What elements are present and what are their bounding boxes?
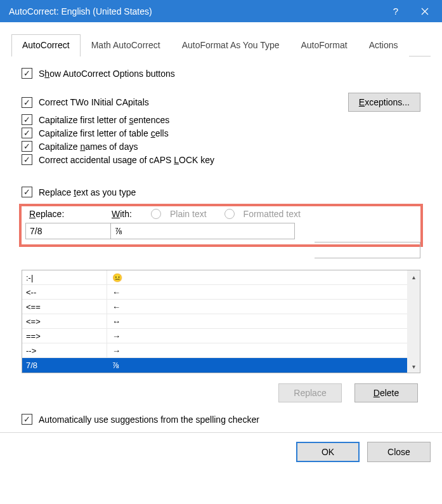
- tab-autoformat[interactable]: AutoFormat: [290, 34, 358, 56]
- radio-plain-text-label: Plain text: [170, 209, 207, 219]
- checkbox-spelling-suggestions[interactable]: [22, 414, 32, 425]
- list-row[interactable]: ==>→: [22, 329, 407, 343]
- radio-formatted-text: [224, 209, 235, 219]
- checkbox-first-letter-table-cells[interactable]: [22, 128, 32, 138]
- list-cell-replace: <==: [22, 300, 107, 314]
- replace-with-highlight: Replace: With: Plain text Formatted text: [19, 204, 423, 247]
- list-cell-with: →: [107, 331, 407, 341]
- checkbox-names-of-days[interactable]: [22, 141, 32, 152]
- label-first-letter-table-cells: Capitalize first letter of table cells: [39, 128, 169, 138]
- close-window-button[interactable]: [410, 0, 439, 22]
- list-cell-replace: <=>: [22, 314, 107, 328]
- tab-actions[interactable]: Actions: [358, 34, 409, 56]
- label-show-options: Show AutoCorrect Options buttons: [39, 69, 175, 79]
- list-cell-with: 😐: [107, 273, 407, 282]
- list-row[interactable]: <==←: [22, 300, 407, 314]
- tab-math-autocorrect[interactable]: Math AutoCorrect: [81, 34, 171, 56]
- delete-button[interactable]: Delete: [354, 383, 418, 402]
- list-cell-with: →: [107, 346, 407, 355]
- list-cell-replace: <--: [22, 285, 107, 299]
- autocorrect-list: :-|😐<--←<==←<=>↔==>→-->→7/8⅞ ▴ ▾: [22, 270, 420, 373]
- list-cell-replace: ==>: [22, 329, 107, 343]
- label-two-initial-capitals: Correct TWo INitial CApitals: [39, 97, 149, 107]
- exceptions-button[interactable]: Exceptions...: [348, 93, 420, 112]
- radio-formatted-text-label: Formatted text: [244, 209, 301, 219]
- title-bar: AutoCorrect: English (United States) ?: [0, 0, 442, 22]
- list-cell-replace: -->: [22, 343, 107, 357]
- tab-strip: AutoCorrect Math AutoCorrect AutoFormat …: [11, 34, 431, 56]
- list-row[interactable]: -->→: [22, 343, 407, 358]
- close-icon: [421, 8, 429, 15]
- list-cell-with: ⅞: [107, 361, 407, 370]
- label-names-of-days: Capitalize names of days: [39, 142, 138, 152]
- dialog-footer: OK Close: [0, 432, 442, 471]
- help-button[interactable]: ?: [381, 0, 410, 22]
- list-cell-replace: :-|: [22, 270, 107, 284]
- window-title: AutoCorrect: English (United States): [9, 6, 381, 17]
- list-row[interactable]: <--←: [22, 285, 407, 300]
- list-cell-with: ↔: [107, 317, 407, 326]
- list-cell-with: ←: [107, 288, 407, 297]
- tab-autoformat-as-you-type[interactable]: AutoFormat As You Type: [171, 34, 290, 56]
- scroll-down-arrow[interactable]: ▾: [407, 360, 420, 373]
- ok-button[interactable]: OK: [296, 442, 360, 462]
- checkbox-show-options[interactable]: [22, 68, 32, 79]
- checkbox-replace-as-you-type[interactable]: [22, 187, 32, 197]
- label-caps-lock: Correct accidental usage of cAPS LOCK ke…: [39, 155, 214, 165]
- tab-autocorrect[interactable]: AutoCorrect: [11, 34, 81, 56]
- with-input[interactable]: [111, 223, 295, 239]
- label-spelling-suggestions: Automatically use suggestions from the s…: [39, 414, 259, 425]
- list-row[interactable]: 7/8⅞: [22, 358, 407, 373]
- replace-button: Replace: [278, 383, 342, 402]
- scroll-up-arrow[interactable]: ▴: [407, 270, 420, 283]
- checkbox-caps-lock[interactable]: [22, 154, 32, 165]
- with-label: With:: [112, 209, 145, 219]
- label-first-letter-sentences: Capitalize first letter of sentences: [39, 115, 169, 125]
- label-replace-as-you-type: Replace text as you type: [39, 187, 136, 197]
- list-scrollbar[interactable]: ▴ ▾: [407, 270, 420, 373]
- checkbox-first-letter-sentences[interactable]: [22, 114, 32, 125]
- close-button[interactable]: Close: [367, 442, 431, 462]
- replace-input[interactable]: [25, 223, 111, 239]
- list-cell-with: ←: [107, 302, 407, 312]
- radio-plain-text: [151, 209, 161, 219]
- list-cell-replace: 7/8: [22, 358, 107, 373]
- checkbox-two-initial-capitals[interactable]: [22, 97, 32, 108]
- replace-label: Replace:: [29, 209, 105, 219]
- with-input-extension: [315, 242, 420, 258]
- list-row[interactable]: <=>↔: [22, 314, 407, 329]
- list-row[interactable]: :-|😐: [22, 270, 407, 285]
